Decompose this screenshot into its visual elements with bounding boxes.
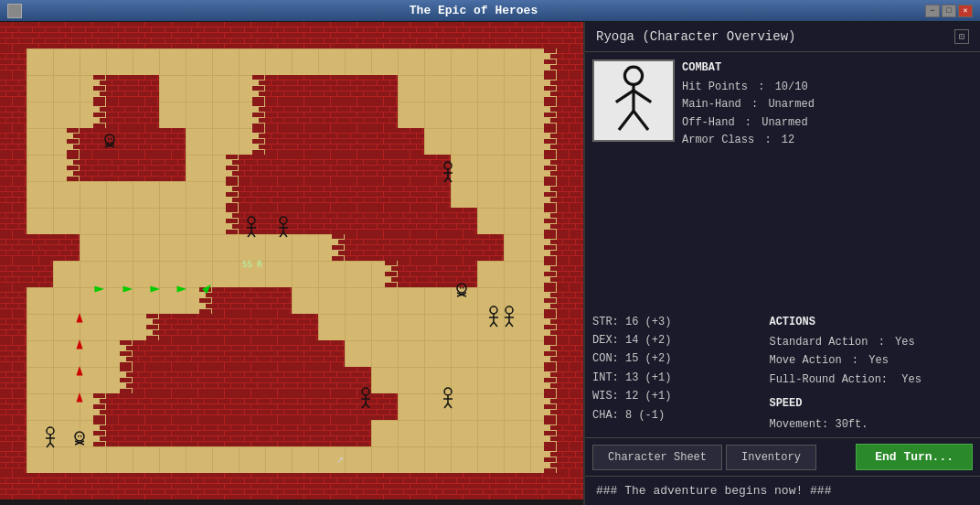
- std-action-row: Standard Action : Yes: [769, 333, 973, 351]
- speed-label: SPEED: [769, 394, 973, 413]
- actions-label: ACTIONS: [769, 313, 973, 331]
- ac-sep: :: [758, 132, 778, 149]
- minimize-button[interactable]: −: [925, 5, 940, 17]
- hp-value: 10/10: [775, 79, 808, 96]
- svg-line-2: [616, 91, 634, 102]
- close-button[interactable]: ✕: [958, 5, 973, 17]
- offhand-value: Unarmed: [762, 114, 807, 132]
- full-sep: [891, 371, 898, 389]
- mainhand-row: Main-Hand : Unarmed: [682, 96, 973, 113]
- window-controls: − □ ✕: [925, 5, 973, 17]
- character-sprite: [602, 64, 666, 137]
- offhand-label: Off-Hand: [682, 114, 735, 132]
- hp-sep: :: [751, 79, 772, 96]
- mainhand-sep: :: [745, 96, 765, 113]
- combat-label: COMBAT: [682, 59, 973, 77]
- move-value: Yes: [868, 351, 889, 370]
- wis-stat: WIS: 12 (+1): [592, 387, 762, 405]
- move-action-row: Move Action : Yes: [769, 351, 973, 370]
- std-value: Yes: [895, 333, 915, 351]
- adventure-log: ### The adventure begins now! ###: [585, 476, 980, 505]
- panel-title: Ryoga (Character Overview): [596, 29, 795, 44]
- full-label: Full-Round Action:: [769, 371, 888, 389]
- inventory-tab[interactable]: Inventory: [726, 445, 816, 470]
- cha-stat: CHA: 8 (-1): [592, 406, 762, 424]
- mainhand-label: Main-Hand: [682, 96, 741, 113]
- move-label: Move Action: [769, 351, 841, 370]
- maximize-button[interactable]: □: [942, 5, 956, 17]
- svg-point-0: [624, 67, 642, 84]
- adventure-message: ### The adventure begins now! ###: [596, 484, 831, 498]
- ac-label: Armor Class: [682, 132, 754, 149]
- end-turn-button[interactable]: End Turn...: [856, 444, 973, 470]
- tab-row: Character Sheet Inventory End Turn...: [585, 437, 980, 476]
- std-label: Standard Action: [769, 333, 868, 351]
- window-title: The Epic of Heroes: [22, 4, 925, 17]
- full-action-row: Full-Round Action: Yes: [769, 371, 973, 389]
- offhand-sep: :: [739, 114, 759, 132]
- con-stat: CON: 15 (+2): [592, 349, 762, 368]
- character-panel: Ryoga (Character Overview) ⊡: [583, 22, 980, 505]
- stats-block: COMBAT Hit Points : 10/10 Main-Hand : Un…: [682, 59, 973, 306]
- int-stat: INT: 13 (+1): [592, 369, 762, 387]
- ac-value: 12: [782, 132, 794, 149]
- panel-header: Ryoga (Character Overview) ⊡: [585, 22, 980, 52]
- offhand-row: Off-Hand : Unarmed: [682, 114, 973, 132]
- str-stat: STR: 16 (+3): [592, 313, 762, 331]
- ac-row: Armor Class : 12: [682, 132, 973, 149]
- game-map[interactable]: [0, 22, 583, 505]
- actions-block: ACTIONS Standard Action : Yes Move Actio…: [769, 313, 973, 434]
- main-content: Ryoga (Character Overview) ⊡: [0, 22, 980, 505]
- app-icon: [7, 4, 22, 18]
- panel-body: COMBAT Hit Points : 10/10 Main-Hand : Un…: [585, 52, 980, 313]
- move-sep: :: [846, 351, 866, 370]
- hp-label: Hit Points: [682, 79, 748, 96]
- hp-row: Hit Points : 10/10: [682, 79, 973, 96]
- attributes-block: STR: 16 (+3) DEX: 14 (+2) CON: 15 (+2) I…: [592, 313, 762, 434]
- svg-line-4: [619, 111, 634, 130]
- character-portrait: [592, 59, 675, 142]
- titlebar: The Epic of Heroes − □ ✕: [0, 0, 980, 22]
- mainhand-value: Unarmed: [768, 96, 814, 113]
- expand-button[interactable]: ⊡: [954, 29, 969, 44]
- character-sheet-tab[interactable]: Character Sheet: [592, 445, 722, 470]
- std-sep: :: [871, 333, 891, 351]
- dex-stat: DEX: 14 (+2): [592, 331, 762, 349]
- svg-line-5: [634, 111, 648, 130]
- svg-line-3: [634, 91, 651, 102]
- full-value: Yes: [901, 371, 921, 389]
- movement-value: Movement: 30ft.: [769, 415, 973, 434]
